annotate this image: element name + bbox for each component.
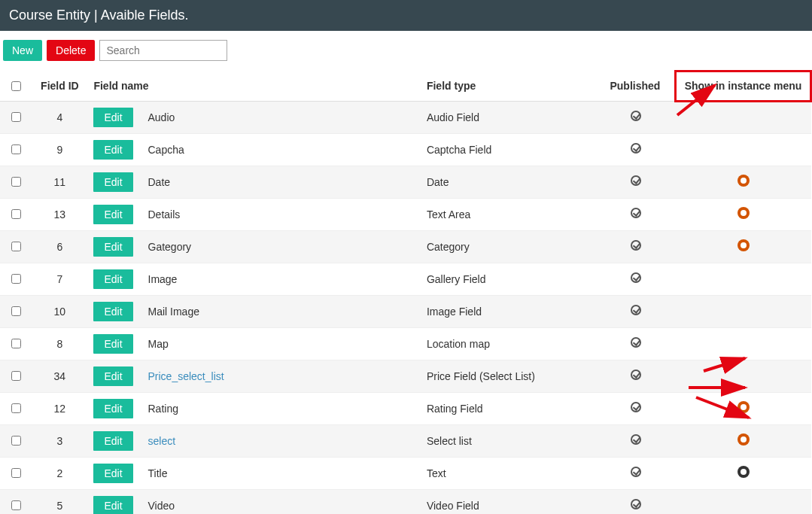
edit-cell: Edit	[87, 360, 141, 392]
edit-button[interactable]: Edit	[93, 366, 132, 386]
table-row: 9EditCapchaCaptcha Field	[0, 133, 811, 166]
edit-button[interactable]: Edit	[93, 431, 132, 451]
field-id: 10	[32, 295, 87, 327]
record-icon	[737, 175, 750, 187]
published-cell[interactable]	[596, 263, 676, 295]
published-icon	[631, 434, 641, 445]
edit-button[interactable]: Edit	[93, 172, 132, 192]
field-type: Captcha Field	[421, 133, 596, 166]
table-row: 6EditGategoryCategory	[0, 230, 811, 263]
edit-button[interactable]: Edit	[93, 399, 132, 418]
search-input[interactable]	[99, 40, 227, 61]
row-checkbox[interactable]	[11, 403, 21, 413]
show-in-menu-cell[interactable]	[676, 424, 811, 457]
published-cell[interactable]	[596, 101, 676, 133]
published-icon	[631, 467, 641, 477]
published-cell[interactable]	[596, 424, 676, 457]
record-icon	[737, 466, 750, 478]
field-id: 4	[32, 101, 87, 133]
col-header-name[interactable]: Field name	[87, 71, 421, 102]
record-icon	[737, 207, 750, 219]
new-button[interactable]: New	[3, 40, 42, 61]
published-icon	[631, 272, 641, 283]
row-checkbox[interactable]	[11, 371, 21, 381]
field-id: 34	[32, 360, 87, 392]
show-in-menu-cell[interactable]	[676, 263, 811, 295]
field-name: Details	[142, 198, 421, 230]
field-type: Price Field (Select List)	[421, 360, 596, 392]
edit-button[interactable]: Edit	[93, 302, 132, 321]
field-type: Video Field	[421, 489, 596, 514]
row-checkbox[interactable]	[11, 339, 21, 348]
published-cell[interactable]	[596, 327, 676, 360]
row-checkbox[interactable]	[11, 306, 21, 316]
field-name: Title	[142, 457, 421, 489]
row-checkbox[interactable]	[11, 242, 21, 251]
published-cell[interactable]	[596, 230, 676, 263]
edit-cell: Edit	[87, 198, 141, 230]
edit-button[interactable]: Edit	[93, 205, 132, 224]
show-in-menu-cell[interactable]	[676, 198, 811, 230]
edit-cell: Edit	[87, 166, 141, 198]
row-checkbox-cell	[0, 327, 32, 360]
edit-button[interactable]: Edit	[93, 140, 132, 160]
show-in-menu-cell[interactable]	[676, 295, 811, 327]
row-checkbox-cell	[0, 230, 32, 263]
show-in-menu-cell[interactable]	[676, 166, 811, 198]
edit-button[interactable]: Edit	[93, 496, 132, 515]
row-checkbox-cell	[0, 489, 32, 514]
edit-button[interactable]: Edit	[93, 464, 132, 483]
row-checkbox[interactable]	[11, 436, 21, 446]
field-type: Date	[421, 166, 596, 198]
edit-button[interactable]: Edit	[93, 237, 132, 257]
field-name[interactable]: select	[142, 424, 421, 457]
published-icon	[631, 111, 641, 121]
field-id: 12	[32, 392, 87, 424]
field-name[interactable]: Price_select_list	[142, 360, 421, 392]
field-type: Location map	[421, 327, 596, 360]
show-in-menu-cell[interactable]	[676, 457, 811, 489]
field-name: Audio	[142, 101, 421, 133]
row-checkbox[interactable]	[11, 500, 21, 510]
row-checkbox-cell	[0, 424, 32, 457]
show-in-menu-cell[interactable]	[676, 230, 811, 263]
show-in-menu-cell[interactable]	[676, 133, 811, 166]
edit-cell: Edit	[87, 392, 141, 424]
table-row: 3EditselectSelect list	[0, 424, 811, 457]
table-row: 5EditVideoVideo Field	[0, 489, 811, 514]
row-checkbox[interactable]	[11, 468, 21, 478]
row-checkbox[interactable]	[11, 144, 21, 154]
published-cell[interactable]	[596, 360, 676, 392]
published-cell[interactable]	[596, 166, 676, 198]
field-type: Rating Field	[421, 392, 596, 424]
page-title-bar: Course Entity | Avaible Fields.	[0, 0, 812, 31]
row-checkbox[interactable]	[11, 177, 21, 187]
published-cell[interactable]	[596, 457, 676, 489]
select-all-checkbox[interactable]	[11, 81, 21, 91]
edit-button[interactable]: Edit	[93, 269, 132, 289]
col-header-id[interactable]: Field ID	[32, 71, 87, 102]
row-checkbox[interactable]	[11, 112, 21, 122]
row-checkbox[interactable]	[11, 274, 21, 284]
field-type: Gallery Field	[421, 263, 596, 295]
col-header-published[interactable]: Published	[596, 71, 676, 102]
field-name: Video	[142, 489, 421, 514]
field-name: Gategory	[142, 230, 421, 263]
published-cell[interactable]	[596, 489, 676, 514]
row-checkbox[interactable]	[11, 209, 21, 219]
published-icon	[631, 337, 641, 348]
published-cell[interactable]	[596, 133, 676, 166]
svg-line-1	[704, 358, 745, 371]
show-in-menu-cell[interactable]	[676, 489, 811, 514]
table-row: 8EditMapLocation map	[0, 327, 811, 360]
published-cell[interactable]	[596, 198, 676, 230]
edit-button[interactable]: Edit	[93, 334, 132, 354]
delete-button[interactable]: Delete	[47, 40, 95, 61]
published-cell[interactable]	[596, 392, 676, 424]
col-header-type[interactable]: Field type	[421, 71, 596, 102]
edit-cell: Edit	[87, 295, 141, 327]
published-cell[interactable]	[596, 295, 676, 327]
field-type: Text Area	[421, 198, 596, 230]
edit-button[interactable]: Edit	[93, 108, 132, 127]
edit-cell: Edit	[87, 101, 141, 133]
